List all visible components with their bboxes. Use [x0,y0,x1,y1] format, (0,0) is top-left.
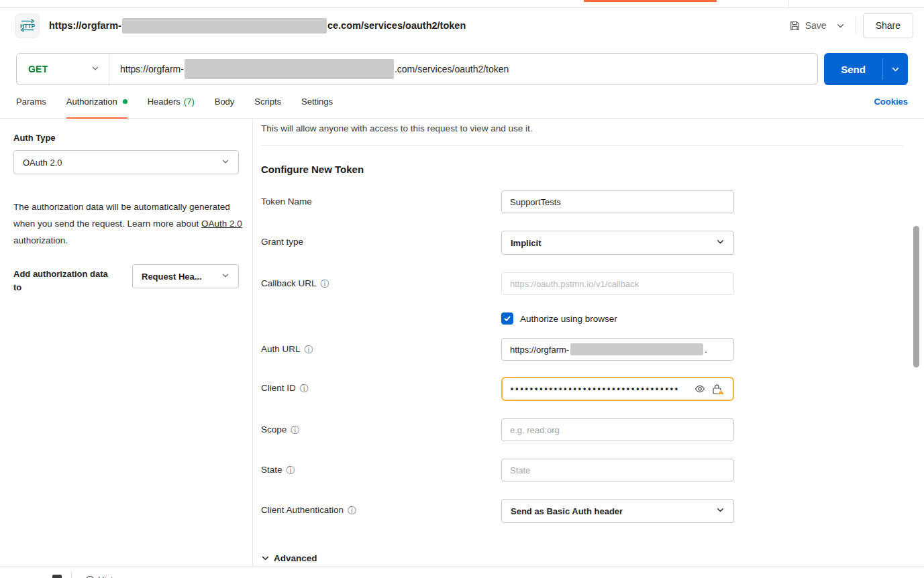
auth-type-label: Auth Type [13,133,239,143]
callback-url-row: Callback URL ⓘ [261,272,903,295]
client-id-row: Client ID ⓘ ••••••••••••••••••••••••••••… [261,377,903,401]
request-url-row: GET https://orgfarm-.com/services/oauth2… [16,53,908,85]
tab-divider [788,0,789,8]
advanced-toggle[interactable]: Advanced [261,553,903,563]
field-label: Token Name [261,190,312,213]
svg-text:!: ! [720,390,721,394]
description-text: The authorization data will be automatic… [13,202,230,229]
tab-label: Body [215,97,235,107]
request-title-suffix: ce.com/services/oauth2/token [327,20,466,31]
auth-url-label: Auth URL ⓘ [261,338,501,361]
info-icon[interactable]: ⓘ [287,466,295,475]
info-icon[interactable]: ⓘ [321,280,329,288]
redacted-title-segment [122,18,327,34]
authorize-browser-checkbox[interactable] [501,312,513,325]
field-label: Client ID [261,377,296,400]
info-icon[interactable]: ⓘ [300,384,309,393]
http-icon-glyph: HTTP [19,17,36,34]
modified-dot [123,99,127,104]
method-selector[interactable]: GET [17,63,109,75]
save-options-button[interactable] [832,17,849,34]
tab-headers[interactable]: Headers (7) [148,85,195,118]
auth-url-input[interactable]: https://orgfarm-. [501,338,734,361]
cookies-link[interactable]: Cookies [874,97,908,107]
share-button[interactable]: Share [863,13,913,38]
history-clock-icon [85,575,95,578]
url-suffix: .com/services/oauth2/token [395,64,509,74]
reveal-eye-icon[interactable] [694,384,706,394]
client-auth-select[interactable]: Send as Basic Auth header [501,499,734,523]
vertical-scrollbar[interactable] [913,226,919,367]
url-input[interactable]: https://orgfarm-.com/services/oauth2/tok… [109,59,509,79]
share-label: Share [876,20,901,31]
authorize-browser-label: Authorize using browser [520,314,617,324]
url-prefix: https://orgfarm- [120,64,184,74]
state-input[interactable] [501,459,734,481]
tab-scripts[interactable]: Scripts [254,85,281,118]
request-title: https://orgfarm-ce.com/services/oauth2/t… [49,18,466,34]
advanced-label: Advanced [274,553,317,563]
field-label: State [261,459,283,481]
check-icon [503,314,511,323]
scope-input[interactable] [501,418,734,441]
token-name-row: Token Name [261,190,903,213]
chevron-down-icon [261,554,270,563]
request-title-bar: HTTP https://orgfarm-ce.com/services/oau… [0,8,924,43]
sync-notice: This will allow anyone with access to th… [261,123,903,133]
auth-description: The authorization data will be automatic… [13,198,243,249]
info-icon[interactable]: ⓘ [348,506,356,515]
info-icon[interactable]: ⓘ [291,426,299,435]
workspace-tabbar-edge [0,0,924,8]
vault-lock-warning-icon[interactable]: ! [712,384,725,395]
tab-params[interactable]: Params [16,85,46,118]
add-auth-select[interactable]: Request Hea... [132,264,239,288]
field-label: Grant type [261,231,303,253]
client-id-masked-value: ••••••••••••••••••••••••••••••••••• [511,384,690,394]
add-auth-value: Request Hea... [142,272,202,282]
grant-type-row: Grant type Implicit [261,231,903,255]
request-tabs: Params Authorization Headers (7) Body Sc… [0,85,924,119]
history-label: Hist [98,575,113,578]
divider [261,145,903,146]
tab-body[interactable]: Body [215,85,235,118]
token-name-input[interactable] [501,190,734,213]
state-row: State ⓘ [261,459,903,481]
send-options-button[interactable] [883,53,908,85]
authorization-panel: Auth Type OAuth 2.0 The authorization da… [0,119,924,567]
tab-settings[interactable]: Settings [301,85,333,118]
tab-label: Authorization [66,97,117,107]
send-button[interactable]: Send [824,53,882,85]
oauth2-docs-link[interactable]: OAuth 2.0 [201,219,242,229]
info-icon[interactable]: ⓘ [305,345,313,354]
request-title-prefix: https://orgfarm- [49,20,121,31]
authorize-browser-row: Authorize using browser [261,312,903,325]
tab-label: Params [16,97,46,107]
auth-type-value: OAuth 2.0 [23,158,62,168]
http-request-icon: HTTP [15,13,40,38]
client-auth-row: Client Authentication ⓘ Send as Basic Au… [261,499,903,523]
field-label: Scope [261,418,287,441]
auth-url-row: Auth URL ⓘ https://orgfarm-. [261,338,903,361]
save-icon [789,20,801,32]
divider [71,571,72,578]
history-button[interactable]: Hist [85,575,113,578]
chevron-down-icon [716,506,725,516]
add-auth-label: Add authorization data to [13,264,114,294]
tab-authorization[interactable]: Authorization [66,85,127,118]
active-tab-indicator [584,0,717,2]
postman-request-window: HTTP https://orgfarm-ce.com/services/oau… [0,0,924,578]
console-icon[interactable] [52,575,62,578]
auth-type-select[interactable]: OAuth 2.0 [13,150,239,174]
client-id-input[interactable]: ••••••••••••••••••••••••••••••••••• ! [501,377,734,401]
chevron-down-icon [836,21,845,30]
send-label: Send [841,64,866,75]
save-label: Save [805,20,827,31]
tab-label: Settings [301,97,333,107]
title-actions: Save Share [784,13,913,38]
callback-url-label: Callback URL ⓘ [261,272,501,295]
footer-bar: Hist [0,567,924,578]
grant-type-select[interactable]: Implicit [501,231,734,255]
save-button[interactable]: Save [784,16,832,36]
state-label: State ⓘ [261,459,501,481]
section-title: Configure New Token [261,164,903,175]
